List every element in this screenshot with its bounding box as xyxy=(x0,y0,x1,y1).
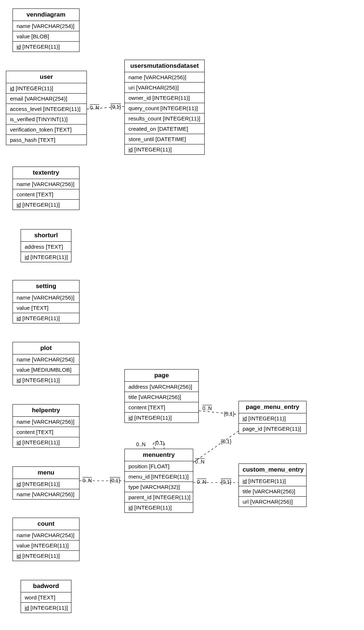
column: name [VARCHAR(254)] xyxy=(13,354,79,365)
cardinality-label: 0..N xyxy=(82,477,92,483)
entity-custom-menu-entry: custom_menu_entry id [INTEGER(11)] title… xyxy=(238,463,307,507)
column: title [VARCHAR(256)] xyxy=(239,486,306,497)
column: name [VARCHAR(256)] xyxy=(13,293,79,303)
column: address [VARCHAR(256)] xyxy=(125,382,198,392)
column: id [INTEGER(11)] xyxy=(125,413,198,423)
entity-title: badword xyxy=(21,580,71,592)
entity-title: textentry xyxy=(13,167,79,179)
entity-title: custom_menu_entry xyxy=(239,464,306,476)
entity-usersmutationsdataset: usersmutationsdataset name [VARCHAR(256)… xyxy=(124,60,205,155)
cardinality-label: {0,1} xyxy=(110,104,121,110)
column: access_level [INTEGER(11)] xyxy=(6,104,86,114)
entity-badword: badword word [TEXT] id [INTEGER(11)] xyxy=(21,580,71,613)
column: store_until [DATETIME] xyxy=(125,134,204,144)
column: verification_token [TEXT] xyxy=(6,125,86,135)
column: query_count [INTEGER(11)] xyxy=(125,103,204,113)
cardinality-label: {0,1} xyxy=(221,438,232,444)
column: url [VARCHAR(256)] xyxy=(239,497,306,507)
entity-user: user id [INTEGER(11)] email [VARCHAR(254… xyxy=(6,71,87,145)
column: name [VARCHAR(256)] xyxy=(13,417,79,427)
entity-setting: setting name [VARCHAR(256)] value [TEXT]… xyxy=(13,280,79,323)
column: name [VARCHAR(256)] xyxy=(13,179,79,189)
column: id [INTEGER(11)] xyxy=(13,437,79,447)
entity-title: setting xyxy=(13,280,79,293)
cardinality-label: {0,1} xyxy=(221,479,232,485)
column: name [VARCHAR(254)] xyxy=(13,21,79,31)
entity-shorturl: shorturl address [TEXT] id [INTEGER(11)] xyxy=(21,229,71,262)
cardinality-label: 0..N xyxy=(197,479,206,485)
column: value [INTEGER(11)] xyxy=(13,540,79,551)
svg-line-3 xyxy=(193,431,238,462)
entity-title: usersmutationsdataset xyxy=(125,60,204,72)
entity-title: venndiagram xyxy=(13,9,79,21)
column: id [INTEGER(11)] xyxy=(6,83,86,94)
entity-count: count name [VARCHAR(254)] value [INTEGER… xyxy=(13,518,79,561)
entity-title: menu xyxy=(13,467,79,479)
entity-page: page address [VARCHAR(256)] title [VARCH… xyxy=(124,369,199,423)
column: created_on [DATETIME] xyxy=(125,124,204,134)
cardinality-label: {0,1} xyxy=(110,477,120,483)
entity-title: user xyxy=(6,71,86,83)
column: id [INTEGER(11)] xyxy=(21,252,71,262)
column: results_count [INTEGER(11)] xyxy=(125,113,204,124)
column: id [INTEGER(11)] xyxy=(13,375,79,385)
cardinality-label: 0..N xyxy=(195,459,205,465)
column: owner_id [INTEGER(11)] xyxy=(125,93,204,103)
column: id [INTEGER(11)] xyxy=(13,551,79,561)
column: name [VARCHAR(254)] xyxy=(13,530,79,540)
column: id [INTEGER(11)] xyxy=(13,313,79,323)
entity-title: plot xyxy=(13,342,79,354)
entity-helpentry: helpentry name [VARCHAR(256)] content [T… xyxy=(13,404,79,448)
column: position [FLOAT] xyxy=(125,461,193,472)
column: content [TEXT] xyxy=(125,402,198,413)
entity-title: menuentry xyxy=(125,449,193,461)
column: content [TEXT] xyxy=(13,189,79,200)
entity-title: page_menu_entry xyxy=(239,401,306,413)
column: id [INTEGER(11)] xyxy=(13,200,79,210)
entity-menu: menu id [INTEGER(11)] name [VARCHAR(256)… xyxy=(13,466,79,500)
column: type [VARCHAR(32)] xyxy=(125,482,193,492)
entity-title: page xyxy=(125,370,198,382)
column: id [INTEGER(11)] xyxy=(125,503,193,512)
entity-plot: plot name [VARCHAR(254)] value [MEDIUMBL… xyxy=(13,342,79,385)
column: id [INTEGER(11)] xyxy=(125,144,204,154)
column: id [INTEGER(11)] xyxy=(21,603,71,613)
entity-title: helpentry xyxy=(13,405,79,417)
entity-venndiagram: venndiagram name [VARCHAR(254)] value [B… xyxy=(13,8,79,52)
entity-title: count xyxy=(13,518,79,530)
column: name [VARCHAR(256)] xyxy=(13,489,79,499)
column: name [VARCHAR(256)] xyxy=(125,72,204,83)
cardinality-label: 0..N xyxy=(202,405,212,411)
column: word [TEXT] xyxy=(21,592,71,603)
column: value [BLOB] xyxy=(13,31,79,42)
column: email [VARCHAR(254)] xyxy=(6,94,86,104)
entity-page-menu-entry: page_menu_entry id [INTEGER(11)] page_id… xyxy=(238,401,307,434)
cardinality-label: {0,1} xyxy=(155,440,165,446)
column: page_id [INTEGER(11)] xyxy=(239,424,306,434)
column: parent_id [INTEGER(11)] xyxy=(125,492,193,503)
column: title [VARCHAR(256)] xyxy=(125,392,198,402)
column: menu_id [INTEGER(11)] xyxy=(125,472,193,482)
entity-textentry: textentry name [VARCHAR(256)] content [T… xyxy=(13,167,79,210)
column: value [TEXT] xyxy=(13,303,79,313)
entity-title: shorturl xyxy=(21,230,71,242)
column: id [INTEGER(11)] xyxy=(13,479,79,489)
entity-menuentry: menuentry position [FLOAT] menu_id [INTE… xyxy=(124,449,193,513)
column: id [INTEGER(11)] xyxy=(13,42,79,52)
cardinality-label: {0,1} xyxy=(224,411,234,417)
column: id [INTEGER(11)] xyxy=(239,413,306,424)
column: address [TEXT] xyxy=(21,242,71,252)
column: pass_hash [TEXT] xyxy=(6,135,86,145)
column: is_verified [TINYINT(1)] xyxy=(6,114,86,125)
cardinality-label: 0..N xyxy=(136,441,146,447)
column: value [MEDIUMBLOB] xyxy=(13,365,79,375)
column: uri [VARCHAR(256)] xyxy=(125,83,204,93)
column: content [TEXT] xyxy=(13,427,79,437)
cardinality-label: 0..N xyxy=(90,105,99,111)
column: id [INTEGER(11)] xyxy=(239,476,306,486)
